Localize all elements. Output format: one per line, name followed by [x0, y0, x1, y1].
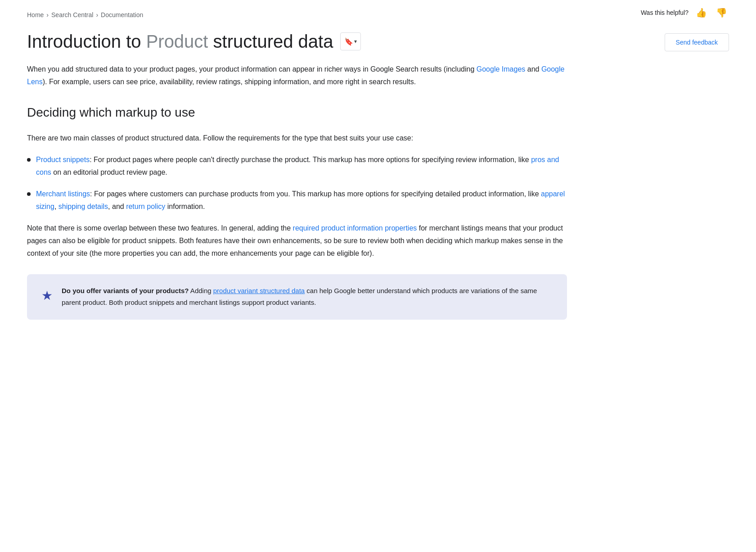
bookmark-icon: 🔖 [344, 37, 353, 46]
overlap-paragraph: Note that there is some overlap between … [27, 222, 567, 260]
bullet-dot-2 [27, 192, 31, 196]
breadcrumb-sep-1: › [46, 10, 49, 20]
section-intro-text: There are two main classes of product st… [27, 132, 567, 145]
chevron-down-icon: ▾ [354, 38, 357, 45]
intro-text-before: When you add structured data to your pro… [27, 65, 477, 73]
list-item-content-2: Merchant listings: For pages where custo… [36, 188, 567, 213]
title-left: Introduction to Product structured data … [27, 31, 665, 52]
bullet-1-after: on an editorial product review page. [51, 168, 167, 176]
intro-text-after: ). For example, users can see price, ava… [43, 78, 416, 86]
breadcrumb-documentation[interactable]: Documentation [101, 10, 143, 20]
note-text-before: Adding [189, 287, 213, 294]
overlap-text-before: Note that there is some overlap between … [27, 224, 293, 232]
bullet-dot-1 [27, 158, 31, 162]
breadcrumb-search-central[interactable]: Search Central [51, 10, 93, 20]
bullet-2-between2: , and [108, 203, 126, 210]
breadcrumb-sep-2: › [96, 10, 98, 20]
thumbs-up-button[interactable]: 👍 [694, 5, 709, 20]
list-item-content-1: Product snippets: For product pages wher… [36, 154, 567, 179]
title-actions: Send feedback [665, 33, 729, 51]
product-snippets-link[interactable]: Product snippets [36, 156, 90, 163]
bullet-2-between1: , [54, 203, 58, 210]
helpful-label: Was this helpful? [641, 8, 688, 18]
title-row: Introduction to Product structured data … [27, 31, 729, 52]
required-properties-link[interactable]: required product information properties [293, 224, 417, 232]
bullet-2-after: information. [165, 203, 205, 210]
bullet-1-before: : For product pages where people can't d… [90, 156, 531, 163]
star-icon: ★ [41, 286, 53, 306]
title-highlight-word: Product [146, 32, 208, 51]
thumbs-up-icon: 👍 [696, 7, 707, 18]
note-bold-text: Do you offer variants of your products? [62, 287, 189, 294]
note-box: ★ Do you offer variants of your products… [27, 274, 567, 320]
intro-text-between: and [525, 65, 541, 73]
note-text: Do you offer variants of your products? … [62, 285, 553, 309]
merchant-listings-link[interactable]: Merchant listings [36, 190, 90, 198]
return-policy-link[interactable]: return policy [126, 203, 165, 210]
list-item-merchant-listings: Merchant listings: For pages where custo… [27, 188, 567, 213]
helpful-section: Was this helpful? 👍 👎 [641, 5, 729, 20]
google-images-link[interactable]: Google Images [477, 65, 526, 73]
page-title: Introduction to Product structured data [27, 31, 333, 52]
product-variant-link[interactable]: product variant structured data [213, 287, 305, 294]
shipping-details-link[interactable]: shipping details [58, 203, 108, 210]
bullet-2-before: : For pages where customers can purchase… [90, 190, 541, 198]
list-item-product-snippets: Product snippets: For product pages wher… [27, 154, 567, 179]
breadcrumb: Home › Search Central › Documentation [27, 0, 143, 25]
markup-types-list: Product snippets: For product pages wher… [27, 154, 567, 213]
title-suffix-text: structured data [213, 32, 333, 51]
breadcrumb-home[interactable]: Home [27, 10, 44, 20]
section-heading: Deciding which markup to use [27, 103, 729, 123]
thumbs-down-icon: 👎 [716, 7, 727, 18]
thumbs-down-button[interactable]: 👎 [714, 5, 729, 20]
title-prefix: Introduction to [27, 32, 141, 51]
send-feedback-button[interactable]: Send feedback [665, 33, 729, 51]
bookmark-button[interactable]: 🔖 ▾ [340, 32, 361, 50]
intro-paragraph: When you add structured data to your pro… [27, 63, 567, 88]
